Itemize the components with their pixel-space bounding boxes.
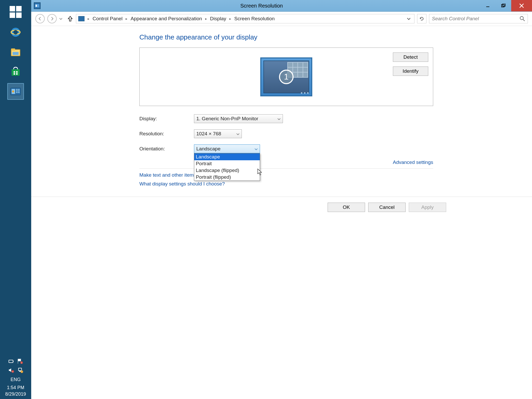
- system-menu-icon[interactable]: [34, 2, 41, 9]
- svg-rect-17: [18, 90, 20, 91]
- orientation-dropdown: Landscape Portrait Landscape (flipped) P…: [194, 153, 260, 181]
- resolution-value: 1024 × 768: [196, 131, 221, 137]
- taskbar-item-explorer[interactable]: [7, 44, 24, 60]
- search-box[interactable]: [429, 14, 528, 23]
- svg-rect-16: [16, 90, 18, 91]
- orientation-label: Orientation:: [139, 146, 194, 152]
- resolution-label: Resolution:: [139, 131, 194, 137]
- svg-rect-26: [18, 368, 22, 371]
- svg-rect-31: [36, 5, 37, 7]
- resolution-combobox[interactable]: 1024 × 768: [194, 129, 242, 138]
- breadcrumb-control-panel[interactable]: Control Panel: [93, 16, 122, 22]
- orientation-value: Landscape: [196, 146, 220, 152]
- chevron-down-icon: [255, 146, 258, 152]
- start-button[interactable]: [8, 4, 23, 20]
- svg-point-35: [520, 16, 523, 20]
- taskbar: x x ! ENG 1:54 PM 8/29/2019: [0, 0, 31, 399]
- monitor-number: 1: [279, 70, 294, 84]
- clock-date[interactable]: 8/29/2019: [5, 391, 26, 399]
- svg-point-13: [12, 90, 14, 92]
- svg-rect-10: [16, 73, 18, 75]
- svg-rect-18: [16, 92, 18, 93]
- svg-rect-7: [14, 71, 15, 73]
- tray-battery-icon[interactable]: [8, 358, 15, 365]
- tray-volume-icon[interactable]: x: [8, 367, 15, 374]
- svg-rect-21: [13, 361, 14, 362]
- taskbar-item-store[interactable]: [7, 63, 24, 80]
- titlebar: Screen Resolution: [31, 0, 532, 12]
- refresh-button[interactable]: [417, 14, 426, 23]
- dialog-button-row: OK Cancel Apply: [31, 197, 532, 217]
- svg-rect-14: [16, 89, 18, 90]
- address-icon: [78, 16, 85, 21]
- maximize-button[interactable]: [496, 0, 511, 11]
- display-combobox[interactable]: 1. Generic Non-PnP Monitor: [194, 114, 283, 123]
- content: Change the appearance of your display 1 …: [31, 26, 532, 217]
- breadcrumb-separator-icon: ▸: [87, 17, 90, 21]
- apply-button[interactable]: Apply: [409, 203, 446, 212]
- display-value: 1. Generic Non-PnP Monitor: [196, 116, 258, 122]
- svg-text:x: x: [21, 362, 22, 364]
- ok-button[interactable]: OK: [328, 203, 365, 212]
- close-button[interactable]: [511, 0, 532, 11]
- breadcrumb-separator-icon: ▸: [125, 17, 128, 21]
- breadcrumb-display[interactable]: Display: [210, 16, 226, 22]
- detect-button[interactable]: Detect: [393, 52, 428, 62]
- system-tray: x x !: [8, 356, 24, 375]
- nav-back-button[interactable]: [35, 14, 45, 23]
- window-title: Screen Resolution: [43, 3, 480, 9]
- link-text-size[interactable]: Make text and other items larger or smal…: [139, 172, 433, 178]
- link-help[interactable]: What display settings should I choose?: [139, 181, 433, 187]
- breadcrumb-separator-icon: ▸: [228, 17, 232, 21]
- advanced-settings-link[interactable]: Advanced settings: [393, 159, 433, 165]
- nav-history-dropdown[interactable]: [59, 16, 64, 21]
- address-bar[interactable]: ▸ Control Panel ▸ Appearance and Persona…: [76, 14, 414, 23]
- display-label: Display:: [139, 116, 194, 122]
- page-heading: Change the appearance of your display: [139, 33, 433, 41]
- orientation-option[interactable]: Portrait (flipped): [194, 174, 260, 181]
- cancel-button[interactable]: Cancel: [368, 203, 406, 212]
- svg-rect-6: [12, 69, 20, 76]
- taskbar-item-ie[interactable]: [7, 24, 24, 41]
- address-dropdown-icon[interactable]: [407, 16, 412, 22]
- navbar: ▸ Control Panel ▸ Appearance and Persona…: [31, 12, 532, 26]
- search-icon[interactable]: [520, 16, 525, 21]
- svg-rect-8: [16, 71, 18, 73]
- svg-rect-32: [486, 6, 489, 7]
- breadcrumb-appearance[interactable]: Appearance and Personalization: [131, 16, 202, 22]
- monitor-thumbnail[interactable]: 1: [260, 57, 312, 96]
- svg-point-2: [13, 30, 18, 34]
- svg-rect-4: [11, 49, 15, 51]
- orientation-combobox[interactable]: Landscape Landscape Portrait Landscape (…: [194, 144, 260, 153]
- svg-text:!: !: [22, 371, 22, 373]
- tray-network-icon[interactable]: !: [16, 367, 24, 374]
- svg-text:x: x: [12, 370, 13, 373]
- orientation-option[interactable]: Landscape (flipped): [194, 167, 260, 174]
- breadcrumb-separator-icon: ▸: [204, 17, 208, 21]
- language-indicator[interactable]: ENG: [10, 375, 21, 385]
- nav-up-button[interactable]: [67, 16, 73, 22]
- svg-rect-19: [18, 92, 20, 93]
- window: Screen Resolution ▸ Control Panel ▸ Appe…: [31, 0, 532, 399]
- svg-rect-20: [9, 360, 13, 363]
- identify-button[interactable]: Identify: [393, 66, 428, 76]
- svg-rect-15: [18, 89, 20, 90]
- svg-rect-5: [13, 52, 19, 55]
- chevron-down-icon: [277, 116, 281, 122]
- orientation-option[interactable]: Portrait: [194, 160, 260, 167]
- breadcrumb-screen-resolution[interactable]: Screen Resolution: [234, 16, 275, 22]
- minimize-button[interactable]: [480, 0, 496, 11]
- tray-flag-icon[interactable]: x: [16, 358, 24, 365]
- taskbar-item-control-panel[interactable]: [7, 83, 24, 100]
- display-preview-box[interactable]: 1 Detect Identify: [139, 48, 433, 106]
- nav-forward-button[interactable]: [47, 14, 57, 23]
- search-input[interactable]: [432, 16, 520, 22]
- clock-time[interactable]: 1:54 PM: [7, 385, 24, 391]
- svg-rect-9: [14, 73, 15, 75]
- chevron-down-icon: [236, 131, 239, 137]
- orientation-option[interactable]: Landscape: [194, 154, 260, 160]
